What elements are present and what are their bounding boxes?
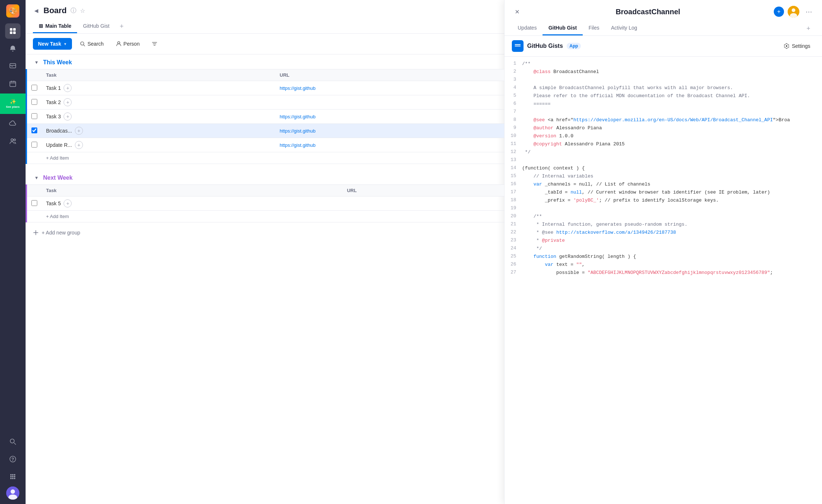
group-next-week: ▼ Next Week Task URL — [26, 170, 504, 222]
code-line-4: 4 A simple BroadcastChannel polyfill tha… — [505, 84, 822, 92]
gist-toolbar: GitHub Gists App Settings — [505, 36, 822, 57]
task-cell: Task 2 + — [42, 95, 275, 110]
row-checkbox[interactable] — [31, 85, 37, 91]
group-this-week-collapse[interactable]: ▼ — [33, 59, 40, 66]
add-task-icon[interactable]: + — [75, 127, 83, 135]
table-row[interactable]: Broadcas... + https://gist.github — [27, 124, 504, 138]
code-viewer[interactable]: 1 /** 2 @class BroadcastChannel 3 4 A si… — [505, 57, 822, 504]
add-task-icon[interactable]: + — [64, 84, 72, 92]
gist-settings-button[interactable]: Settings — [779, 41, 815, 51]
sidebar-item-search[interactable] — [5, 434, 20, 449]
sidebar-item-people[interactable] — [5, 134, 20, 149]
svg-point-18 — [12, 478, 14, 479]
group-next-week-header: ▼ Next Week — [26, 170, 504, 184]
plans-badge-label: See plans — [6, 105, 19, 109]
row-checkbox[interactable] — [31, 113, 37, 119]
url-link[interactable]: https://gist.github — [280, 114, 316, 119]
add-task-icon[interactable]: + — [64, 98, 72, 106]
panel-header: ✕ BroadcastChannel + ⋯ Updates GitHu — [505, 0, 822, 36]
tab-main-table[interactable]: ⊞ Main Table — [33, 20, 77, 33]
tab-github-gist[interactable]: GitHub Gist — [77, 20, 115, 33]
task-cell: Task 1 + — [42, 81, 275, 95]
sidebar-item-help[interactable]: ? — [5, 451, 20, 467]
sidebar-item-calendar[interactable] — [5, 76, 20, 91]
panel-tab-add[interactable]: + — [802, 22, 815, 35]
sidebar: 🎨 ✨ See plans — [0, 0, 26, 504]
sidebar-item-bell[interactable] — [5, 41, 20, 56]
panel-title: BroadcastChannel — [616, 8, 680, 16]
table-row[interactable]: Task 5 + — [27, 196, 504, 211]
task-cell: Update R... + — [42, 138, 275, 152]
sidebar-toggle-btn[interactable]: ◀ — [33, 6, 40, 15]
sidebar-item-cloud[interactable] — [5, 116, 20, 131]
sidebar-item-grid[interactable] — [5, 23, 20, 39]
panel-add-person-btn[interactable]: + — [774, 7, 784, 17]
panel-tab-activity-log[interactable]: Activity Log — [605, 22, 643, 35]
info-icon[interactable]: ⓘ — [71, 7, 76, 15]
gist-app-badge: App — [567, 43, 581, 49]
gist-title-area: GitHub Gists App — [512, 40, 581, 52]
add-item-row-next-week[interactable]: + Add Item — [27, 211, 504, 222]
filter-icon — [152, 41, 157, 46]
col-task: Task — [42, 69, 275, 81]
row-checkbox[interactable] — [31, 99, 37, 105]
person-filter-button[interactable]: Person — [112, 38, 144, 49]
panel-tab-github-gist[interactable]: GitHub Gist — [543, 22, 583, 35]
panel-tab-files[interactable]: Files — [583, 22, 605, 35]
code-line-25: 25 function getRandomString( length ) { — [505, 253, 822, 261]
url-link[interactable]: https://gist.github — [280, 128, 316, 134]
svg-point-12 — [12, 474, 14, 476]
group-next-week-table-wrapper: Task URL Task 5 + — [26, 184, 504, 222]
table-row[interactable]: Task 2 + — [27, 95, 504, 110]
table-icon: ⊞ — [39, 23, 43, 29]
add-task-icon[interactable]: + — [75, 141, 83, 149]
search-button[interactable]: Search — [76, 38, 108, 49]
row-checkbox[interactable] — [31, 200, 37, 206]
add-task-icon[interactable]: + — [64, 112, 72, 121]
new-task-button[interactable]: New Task ▼ — [33, 38, 72, 50]
code-line-5: 5 Please refer to the official MDN docum… — [505, 92, 822, 100]
code-line-19: 19 — [505, 205, 822, 213]
code-line-11: 11 @copyright Alessandro Piana 2015 — [505, 141, 822, 149]
col-url: URL — [343, 185, 504, 196]
svg-point-19 — [14, 478, 15, 479]
gist-label: GitHub Gists — [527, 43, 563, 49]
code-line-26: 26 var text = "", — [505, 261, 822, 269]
star-icon[interactable]: ☆ — [80, 7, 85, 14]
svg-point-6 — [11, 139, 13, 141]
sidebar-item-inbox[interactable] — [5, 58, 20, 74]
svg-point-24 — [118, 42, 120, 44]
group-this-week-table: Task URL Task 1 + — [27, 69, 504, 164]
tab-add-btn[interactable]: + — [115, 20, 128, 33]
row-checkbox[interactable] — [31, 142, 37, 148]
panel-close-button[interactable]: ✕ — [512, 7, 522, 17]
table-row[interactable]: Update R... + https://gist.github — [27, 138, 504, 152]
svg-rect-29 — [515, 46, 521, 46]
sidebar-item-apps[interactable] — [5, 469, 20, 484]
svg-point-7 — [14, 139, 16, 141]
url-link[interactable]: https://gist.github — [280, 85, 316, 91]
sidebar-item-plans[interactable]: ✨ See plans — [0, 93, 26, 114]
add-item-row-this-week[interactable]: + Add Item — [27, 152, 504, 164]
group-this-week-table-wrapper: Task URL Task 1 + — [26, 69, 504, 164]
row-checkbox[interactable] — [31, 127, 37, 133]
board-tabs: ⊞ Main Table GitHub Gist + — [33, 20, 497, 33]
panel-actions: + ⋯ — [774, 6, 815, 18]
svg-point-21 — [11, 489, 15, 494]
panel-tab-updates[interactable]: Updates — [512, 22, 543, 35]
filter-button[interactable] — [148, 39, 161, 49]
add-task-icon[interactable]: + — [64, 199, 72, 207]
app-logo[interactable]: 🎨 — [6, 4, 19, 18]
group-next-week-collapse[interactable]: ▼ — [33, 174, 40, 182]
add-group-button[interactable]: + Add new group — [26, 225, 504, 240]
table-row[interactable]: Task 3 + https://gist.github — [27, 110, 504, 124]
col-checkbox — [27, 69, 42, 81]
svg-text:?: ? — [11, 457, 14, 462]
code-line-18: 18 _prefix = 'polyBC_'; // prefix to ide… — [505, 197, 822, 205]
code-line-10: 10 @version 1.0.0 — [505, 133, 822, 141]
code-line-2: 2 @class BroadcastChannel — [505, 68, 822, 76]
table-row[interactable]: Task 1 + https://gist.github — [27, 81, 504, 95]
url-link[interactable]: https://gist.github — [280, 142, 316, 148]
user-avatar[interactable] — [6, 486, 19, 500]
panel-more-button[interactable]: ⋯ — [803, 6, 815, 18]
